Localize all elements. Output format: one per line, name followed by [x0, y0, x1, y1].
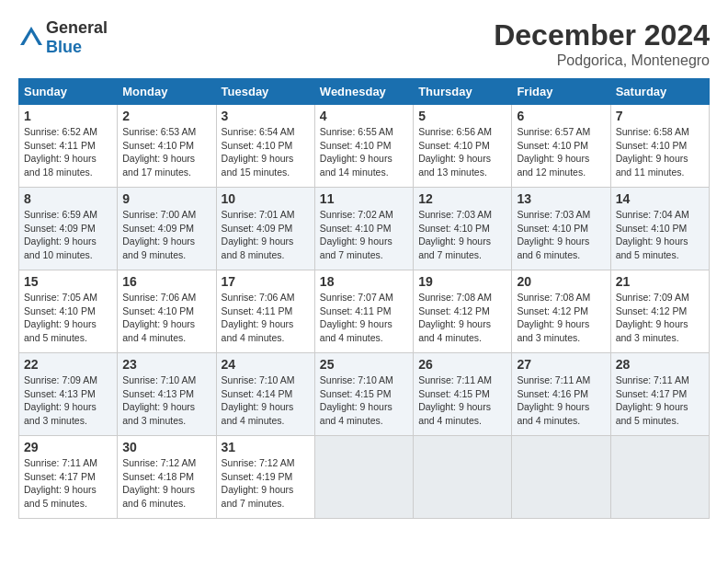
day-number: 12: [418, 191, 506, 206]
day-info: Sunrise: 6:54 AMSunset: 4:10 PMDaylight:…: [222, 125, 310, 179]
calendar-cell: 6Sunrise: 6:57 AMSunset: 4:10 PMDaylight…: [512, 105, 610, 188]
calendar-week-row: 29Sunrise: 7:11 AMSunset: 4:17 PMDayligh…: [19, 436, 710, 519]
logo-blue: Blue: [46, 38, 82, 56]
location-title: Podgorica, Montenegro: [494, 52, 710, 69]
day-info: Sunrise: 7:10 AMSunset: 4:14 PMDaylight:…: [222, 373, 310, 428]
day-number: 3: [222, 109, 310, 123]
day-info: Sunrise: 7:11 AMSunset: 4:16 PMDaylight:…: [517, 373, 605, 428]
calendar-week-row: 15Sunrise: 7:05 AMSunset: 4:10 PMDayligh…: [19, 270, 710, 353]
day-info: Sunrise: 6:53 AMSunset: 4:10 PMDaylight:…: [122, 125, 210, 179]
day-number: 30: [122, 440, 210, 454]
day-info: Sunrise: 6:56 AMSunset: 4:10 PMDaylight:…: [418, 125, 506, 179]
day-number: 2: [122, 109, 210, 123]
calendar-cell: 22Sunrise: 7:09 AMSunset: 4:13 PMDayligh…: [19, 353, 118, 436]
month-title: December 2024: [494, 18, 710, 52]
calendar-cell: 13Sunrise: 7:03 AMSunset: 4:10 PMDayligh…: [512, 188, 610, 270]
calendar-cell: 25Sunrise: 7:10 AMSunset: 4:15 PMDayligh…: [314, 353, 413, 436]
calendar-cell: 10Sunrise: 7:01 AMSunset: 4:09 PMDayligh…: [216, 188, 314, 270]
calendar-cell: 7Sunrise: 6:58 AMSunset: 4:10 PMDaylight…: [610, 105, 709, 188]
day-number: 17: [222, 274, 310, 289]
day-info: Sunrise: 7:09 AMSunset: 4:12 PMDaylight:…: [616, 291, 704, 345]
day-number: 16: [122, 274, 210, 289]
weekday-header: Tuesday: [216, 79, 314, 105]
day-number: 11: [320, 191, 408, 206]
day-number: 28: [616, 357, 704, 372]
day-number: 19: [418, 274, 506, 289]
calendar-cell: 5Sunrise: 6:56 AMSunset: 4:10 PMDaylight…: [414, 105, 512, 188]
weekday-header: Saturday: [610, 79, 709, 105]
weekday-header-row: SundayMondayTuesdayWednesdayThursdayFrid…: [19, 79, 710, 105]
day-number: 10: [222, 191, 310, 206]
day-number: 22: [24, 357, 112, 372]
day-info: Sunrise: 7:07 AMSunset: 4:11 PMDaylight:…: [320, 291, 408, 345]
logo-general: General: [46, 18, 108, 37]
day-number: 27: [517, 357, 605, 372]
weekday-header: Wednesday: [314, 79, 413, 105]
day-number: 1: [24, 109, 112, 123]
calendar-cell: 8Sunrise: 6:59 AMSunset: 4:09 PMDaylight…: [19, 188, 118, 270]
day-info: Sunrise: 7:06 AMSunset: 4:10 PMDaylight:…: [122, 291, 210, 345]
calendar-cell: 30Sunrise: 7:12 AMSunset: 4:18 PMDayligh…: [118, 436, 216, 519]
day-number: 8: [24, 191, 112, 206]
logo: General Blue: [18, 18, 108, 57]
calendar-cell: 19Sunrise: 7:08 AMSunset: 4:12 PMDayligh…: [414, 270, 512, 353]
day-info: Sunrise: 7:03 AMSunset: 4:10 PMDaylight:…: [517, 208, 605, 262]
day-info: Sunrise: 7:10 AMSunset: 4:13 PMDaylight:…: [122, 373, 210, 428]
day-info: Sunrise: 7:06 AMSunset: 4:11 PMDaylight:…: [222, 291, 310, 345]
calendar-cell: 26Sunrise: 7:11 AMSunset: 4:15 PMDayligh…: [414, 353, 512, 436]
day-number: 4: [320, 109, 408, 123]
day-info: Sunrise: 6:52 AMSunset: 4:11 PMDaylight:…: [24, 125, 112, 179]
calendar-cell: 16Sunrise: 7:06 AMSunset: 4:10 PMDayligh…: [118, 270, 216, 353]
day-number: 15: [24, 274, 112, 289]
day-info: Sunrise: 7:09 AMSunset: 4:13 PMDaylight:…: [24, 373, 112, 428]
weekday-header: Friday: [512, 79, 610, 105]
day-number: 6: [517, 109, 605, 123]
day-number: 23: [122, 357, 210, 372]
calendar-cell: 31Sunrise: 7:12 AMSunset: 4:19 PMDayligh…: [216, 436, 314, 519]
day-number: 14: [616, 191, 704, 206]
day-number: 20: [517, 274, 605, 289]
calendar-cell: [512, 436, 610, 519]
day-info: Sunrise: 7:11 AMSunset: 4:15 PMDaylight:…: [418, 373, 506, 428]
calendar-cell: 11Sunrise: 7:02 AMSunset: 4:10 PMDayligh…: [314, 188, 413, 270]
calendar-table: SundayMondayTuesdayWednesdayThursdayFrid…: [18, 78, 710, 519]
day-info: Sunrise: 7:00 AMSunset: 4:09 PMDaylight:…: [122, 208, 210, 262]
day-info: Sunrise: 7:11 AMSunset: 4:17 PMDaylight:…: [24, 456, 112, 511]
day-info: Sunrise: 7:03 AMSunset: 4:10 PMDaylight:…: [418, 208, 506, 262]
weekday-header: Monday: [118, 79, 216, 105]
title-section: December 2024 Podgorica, Montenegro: [494, 18, 710, 69]
day-info: Sunrise: 7:08 AMSunset: 4:12 PMDaylight:…: [418, 291, 506, 345]
day-info: Sunrise: 6:59 AMSunset: 4:09 PMDaylight:…: [24, 208, 112, 262]
day-number: 29: [24, 440, 112, 454]
weekday-header: Sunday: [19, 79, 118, 105]
calendar-cell: [610, 436, 709, 519]
calendar-cell: 28Sunrise: 7:11 AMSunset: 4:17 PMDayligh…: [610, 353, 709, 436]
day-info: Sunrise: 7:08 AMSunset: 4:12 PMDaylight:…: [517, 291, 605, 345]
day-number: 21: [616, 274, 704, 289]
day-info: Sunrise: 7:02 AMSunset: 4:10 PMDaylight:…: [320, 208, 408, 262]
calendar-cell: 23Sunrise: 7:10 AMSunset: 4:13 PMDayligh…: [118, 353, 216, 436]
day-number: 9: [122, 191, 210, 206]
day-info: Sunrise: 7:01 AMSunset: 4:09 PMDaylight:…: [222, 208, 310, 262]
day-info: Sunrise: 7:05 AMSunset: 4:10 PMDaylight:…: [24, 291, 112, 345]
day-number: 26: [418, 357, 506, 372]
calendar-cell: 3Sunrise: 6:54 AMSunset: 4:10 PMDaylight…: [216, 105, 314, 188]
calendar-week-row: 1Sunrise: 6:52 AMSunset: 4:11 PMDaylight…: [19, 105, 710, 188]
day-number: 7: [616, 109, 704, 123]
calendar-cell: 14Sunrise: 7:04 AMSunset: 4:10 PMDayligh…: [610, 188, 709, 270]
day-info: Sunrise: 7:04 AMSunset: 4:10 PMDaylight:…: [616, 208, 704, 262]
calendar-week-row: 22Sunrise: 7:09 AMSunset: 4:13 PMDayligh…: [19, 353, 710, 436]
calendar-cell: 4Sunrise: 6:55 AMSunset: 4:10 PMDaylight…: [314, 105, 413, 188]
day-number: 25: [320, 357, 408, 372]
day-number: 13: [517, 191, 605, 206]
calendar-cell: 12Sunrise: 7:03 AMSunset: 4:10 PMDayligh…: [414, 188, 512, 270]
calendar-cell: [314, 436, 413, 519]
calendar-week-row: 8Sunrise: 6:59 AMSunset: 4:09 PMDaylight…: [19, 188, 710, 270]
calendar-cell: [414, 436, 512, 519]
day-info: Sunrise: 6:55 AMSunset: 4:10 PMDaylight:…: [320, 125, 408, 179]
day-number: 24: [222, 357, 310, 372]
day-info: Sunrise: 7:11 AMSunset: 4:17 PMDaylight:…: [616, 373, 704, 428]
calendar-cell: 9Sunrise: 7:00 AMSunset: 4:09 PMDaylight…: [118, 188, 216, 270]
day-number: 5: [418, 109, 506, 123]
day-info: Sunrise: 7:10 AMSunset: 4:15 PMDaylight:…: [320, 373, 408, 428]
